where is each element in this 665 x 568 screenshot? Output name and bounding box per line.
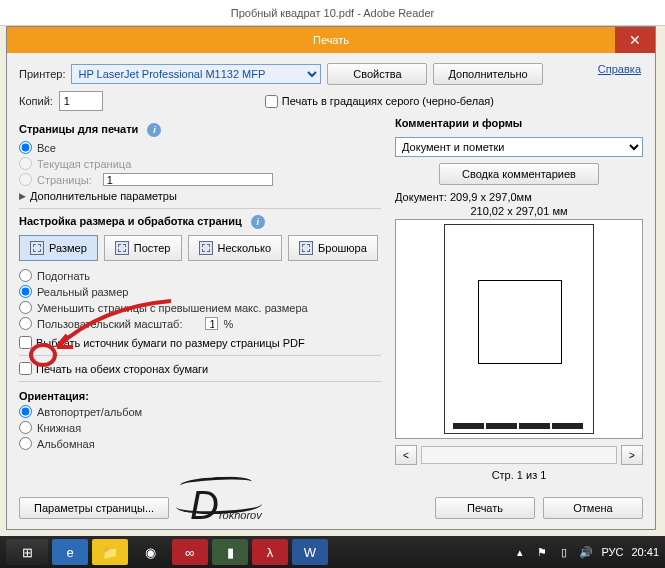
close-button[interactable]: ✕ [615,27,655,53]
radio-range[interactable]: Страницы: [19,173,381,186]
tray-flag-icon[interactable]: ⚑ [535,545,549,559]
taskbar-chrome-icon[interactable]: ◉ [132,539,168,565]
size-icon [30,241,44,255]
taskbar-cc-icon[interactable]: ∞ [172,539,208,565]
page-indicator: Стр. 1 из 1 [395,469,643,481]
tab-poster[interactable]: Постер [104,235,182,261]
dialog-title: Печать [313,34,349,46]
tab-multiple[interactable]: Несколько [188,235,283,261]
preview-page [444,224,594,434]
tray-network-icon[interactable]: ▯ [557,545,571,559]
taskbar-ie-icon[interactable]: e [52,539,88,565]
grayscale-checkbox[interactable]: Печать в градациях серого (черно-белая) [265,95,494,108]
radio-custom[interactable]: Пользовательский масштаб: % [19,317,381,330]
duplex-checkbox[interactable]: Печать на обеих сторонах бумаги [19,362,381,375]
page-setup-button[interactable]: Параметры страницы... [19,497,169,519]
properties-button[interactable]: Свойства [327,63,427,85]
print-preview [395,219,643,439]
paper-source-checkbox[interactable]: Выбрать источник бумаги по размеру стран… [19,336,381,349]
info-icon[interactable]: i [147,123,161,137]
tray-volume-icon[interactable]: 🔊 [579,545,593,559]
grayscale-label: Печать в градациях серого (черно-белая) [282,95,494,107]
radio-actual[interactable]: Реальный размер [19,285,381,298]
taskbar-app1-icon[interactable]: ▮ [212,539,248,565]
radio-portrait[interactable]: Книжная [19,421,381,434]
radio-auto-orient[interactable]: Автопортрет/альбом [19,405,381,418]
taskbar: ⊞ e 📁 ◉ ∞ ▮ λ W ▴ ⚑ ▯ 🔊 РУС 20:41 [0,536,665,568]
copies-label: Копий: [19,95,53,107]
taskbar-explorer-icon[interactable]: 📁 [92,539,128,565]
tab-size[interactable]: Размер [19,235,98,261]
help-link[interactable]: Справка [598,63,641,75]
grayscale-input[interactable] [265,95,278,108]
tray-up-icon[interactable]: ▴ [513,545,527,559]
prev-page-button[interactable]: < [395,445,417,465]
app-title: Пробный квадрат 10.pdf - Adobe Reader [231,7,434,19]
tray-lang[interactable]: РУС [601,546,623,558]
triangle-icon: ▶ [19,191,26,201]
range-input[interactable] [103,173,273,186]
multiple-icon [199,241,213,255]
system-tray: ▴ ⚑ ▯ 🔊 РУС 20:41 [513,545,659,559]
taskbar-word-icon[interactable]: W [292,539,328,565]
custom-scale-input[interactable] [205,317,218,330]
radio-all[interactable]: Все [19,141,381,154]
preview-square [478,280,562,364]
cancel-button[interactable]: Отмена [543,497,643,519]
printer-select[interactable]: HP LaserJet Professional M1132 MFP [71,64,321,84]
page-scroll-track[interactable] [421,446,617,464]
radio-shrink[interactable]: Уменьшить страницы с превышением макс. р… [19,301,381,314]
paper-dimensions: 210,02 x 297,01 мм [395,205,643,217]
copies-input[interactable] [59,91,103,111]
start-button[interactable]: ⊞ [6,539,48,565]
radio-current[interactable]: Текущая страница [19,157,381,170]
advanced-button[interactable]: Дополнительно [433,63,542,85]
summary-button[interactable]: Сводка комментариев [439,163,599,185]
preview-footer-marks [453,423,583,429]
dialog-titlebar: Печать ✕ [7,27,655,53]
doc-dimensions: Документ: 209,9 x 297,0мм [395,191,643,203]
radio-landscape[interactable]: Альбомная [19,437,381,450]
print-button[interactable]: Печать [435,497,535,519]
booklet-icon [299,241,313,255]
comments-select[interactable]: Документ и пометки [395,137,643,157]
printer-label: Принтер: [19,68,65,80]
next-page-button[interactable]: > [621,445,643,465]
info-icon[interactable]: i [251,215,265,229]
taskbar-reader-icon[interactable]: λ [252,539,288,565]
comments-title: Комментарии и формы [395,117,643,129]
tray-time[interactable]: 20:41 [631,546,659,558]
print-dialog: Печать ✕ Справка Принтер: HP LaserJet Pr… [6,26,656,530]
orientation-title: Ориентация: [19,390,381,402]
more-options-toggle[interactable]: ▶ Дополнительные параметры [19,190,381,202]
sizing-group-title: Настройка размера и обработка страниц i [19,215,381,229]
poster-icon [115,241,129,255]
app-titlebar: Пробный квадрат 10.pdf - Adobe Reader [0,0,665,26]
tab-booklet[interactable]: Брошюра [288,235,378,261]
radio-fit[interactable]: Подогнать [19,269,381,282]
pages-group-title: Страницы для печати i [19,123,381,137]
